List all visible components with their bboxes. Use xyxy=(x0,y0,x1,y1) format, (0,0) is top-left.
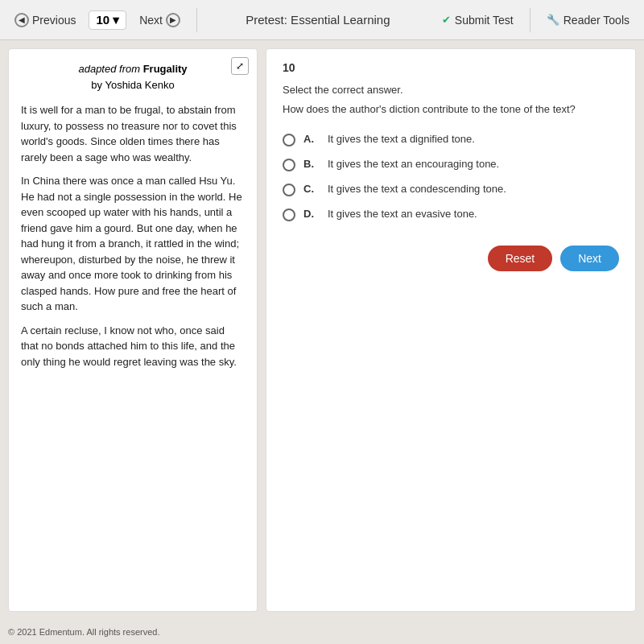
option-a-text: It gives the text a dignified tone. xyxy=(328,133,475,145)
option-d-label: D. xyxy=(303,208,320,220)
next-icon: ▶ xyxy=(166,13,180,27)
passage-paragraph-2: In China there was once a man called Hsu… xyxy=(21,173,245,315)
question-instruction: Select the correct answer. xyxy=(283,84,619,96)
answer-options: A. It gives the text a dignified tone. B… xyxy=(283,133,619,221)
option-a[interactable]: A. It gives the text a dignified tone. xyxy=(283,133,619,147)
previous-button[interactable]: ◀ Previous xyxy=(8,10,82,31)
option-c-label: C. xyxy=(303,183,320,195)
reset-button[interactable]: Reset xyxy=(488,246,553,271)
option-c-text: It gives the text a condescending tone. xyxy=(328,183,506,195)
source-title: Frugality xyxy=(143,63,188,75)
question-text: How does the author's diction contribute… xyxy=(283,102,619,117)
top-navigation: ◀ Previous 10 ▾ Next ▶ Pretest: Essentia… xyxy=(0,0,644,40)
next-label-top: Next xyxy=(139,14,163,27)
passage-author: by Yoshida Kenko xyxy=(21,77,245,93)
passage-source: adapted from Frugality xyxy=(21,61,245,77)
submit-label: Submit Test xyxy=(455,14,514,27)
option-b-text: It gives the text an encouraging tone. xyxy=(328,158,499,170)
radio-b[interactable] xyxy=(283,159,295,171)
option-b-label: B. xyxy=(303,158,320,170)
question-number: 10 xyxy=(283,61,619,74)
check-icon: ✔ xyxy=(442,14,451,26)
question-selector[interactable]: 10 ▾ xyxy=(89,10,126,30)
footer: © 2021 Edmentum. All rights reserved. xyxy=(0,620,644,644)
nav-divider-2 xyxy=(530,8,530,32)
option-d[interactable]: D. It gives the text an evasive tone. xyxy=(283,208,619,221)
action-buttons: Reset Next xyxy=(283,246,619,271)
radio-a[interactable] xyxy=(283,134,295,147)
question-number-display: 10 xyxy=(96,13,109,27)
copyright-text: © 2021 Edmentum. All rights reserved. xyxy=(8,627,159,637)
test-title: Pretest: Essential Learning xyxy=(207,13,429,27)
option-d-text: It gives the text an evasive tone. xyxy=(328,208,477,220)
previous-label: Previous xyxy=(32,14,76,27)
option-c[interactable]: C. It gives the text a condescending ton… xyxy=(283,183,619,196)
passage-text: It is well for a man to be frugal, to ab… xyxy=(21,102,245,369)
nav-divider xyxy=(196,8,197,32)
reader-tools-label: Reader Tools xyxy=(564,14,630,27)
previous-icon: ◀ xyxy=(14,13,29,27)
main-content: adapted from Frugality by Yoshida Kenko … xyxy=(0,40,644,620)
source-prefix: adapted from xyxy=(78,63,142,75)
chevron-down-icon: ▾ xyxy=(113,13,119,27)
question-panel: 10 Select the correct answer. How does t… xyxy=(266,48,636,612)
radio-d[interactable] xyxy=(283,208,295,221)
wrench-icon: 🔧 xyxy=(547,14,559,26)
next-button[interactable]: Next xyxy=(560,246,619,271)
reader-tools-button[interactable]: 🔧 Reader Tools xyxy=(540,10,636,30)
submit-test-button[interactable]: ✔ Submit Test xyxy=(436,10,520,30)
author-name: Yoshida Kenko xyxy=(105,79,174,91)
next-button-top[interactable]: Next ▶ xyxy=(133,10,187,31)
option-a-label: A. xyxy=(303,133,320,145)
option-b[interactable]: B. It gives the text an encouraging tone… xyxy=(283,158,619,171)
expand-button[interactable]: ⤢ xyxy=(231,57,249,75)
passage-panel: adapted from Frugality by Yoshida Kenko … xyxy=(8,48,258,612)
passage-paragraph-1: It is well for a man to be frugal, to ab… xyxy=(21,102,245,165)
author-prefix: by xyxy=(91,79,105,91)
radio-c[interactable] xyxy=(283,184,295,196)
passage-paragraph-3: A certain recluse, I know not who, once … xyxy=(21,323,245,370)
passage-header: adapted from Frugality by Yoshida Kenko xyxy=(21,61,245,93)
